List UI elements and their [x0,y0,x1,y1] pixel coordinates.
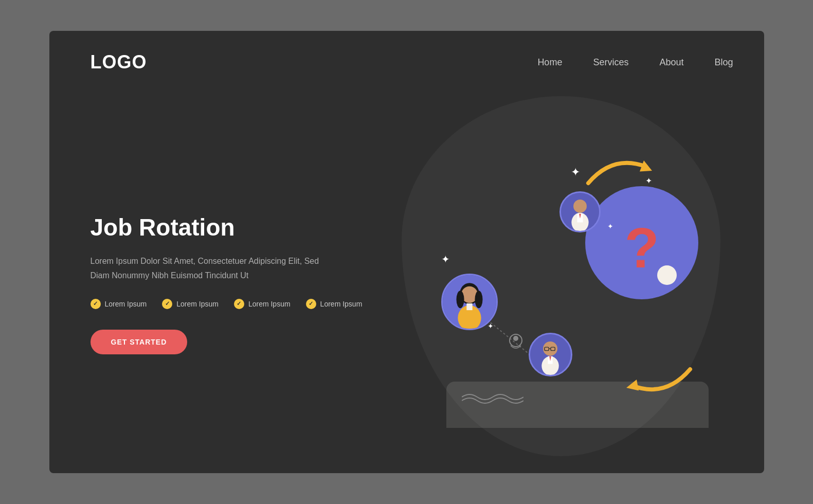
checkmark-label-2: Lorem Ipsum [176,300,219,308]
checkmark-label-4: Lorem Ipsum [320,300,363,308]
hero-content: Job Rotation Lorem Ipsum Dolor Sit Amet,… [91,213,417,354]
svg-marker-5 [626,380,639,391]
checkmark-item-4: ✓ Lorem Ipsum [306,299,363,309]
sparkle-icon-5: ✦ [607,222,613,230]
svg-point-7 [573,200,587,213]
header: LOGO Home Services About Blog [49,31,764,73]
question-mark-dot [657,265,677,285]
check-icon-3: ✓ [234,299,244,309]
arrow-top-icon [570,150,673,191]
nav-blog[interactable]: Blog [714,57,733,68]
checkmark-label-1: Lorem Ipsum [105,300,147,308]
hero-title: Job Rotation [91,213,396,242]
arrow-bottom-icon [606,361,709,402]
cta-button[interactable]: GET STARTED [91,330,188,354]
checkmarks-list: ✓ Lorem Ipsum ✓ Lorem Ipsum ✓ Lorem Ipsu… [91,299,396,309]
person-avatar-bottom [529,333,572,376]
sparkle-icon-1: ✦ [571,166,580,179]
sparkle-icon-2: ✦ [645,176,652,186]
page-container: LOGO Home Services About Blog Job Rotati… [49,31,764,473]
checkmark-item-1: ✓ Lorem Ipsum [91,299,147,309]
checkmark-item-2: ✓ Lorem Ipsum [162,299,219,309]
wavy-lines [462,389,523,405]
hero-section: Job Rotation Lorem Ipsum Dolor Sit Amet,… [49,73,764,464]
check-icon-1: ✓ [91,299,101,309]
svg-point-15 [475,291,482,308]
svg-rect-17 [466,303,472,310]
checkmark-label-3: Lorem Ipsum [248,300,291,308]
nav-about[interactable]: About [659,57,683,68]
sparkle-icon-3: ✦ [441,253,450,265]
navigation: Home Services About Blog [537,57,733,68]
avatar-svg-left [443,275,496,329]
nav-home[interactable]: Home [537,57,562,68]
check-icon-2: ✓ [162,299,172,309]
svg-point-14 [456,291,464,308]
question-mark: ? [624,220,659,276]
nav-services[interactable]: Services [593,57,628,68]
check-icon-4: ✓ [306,299,316,309]
checkmark-item-3: ✓ Lorem Ipsum [234,299,291,309]
hero-description: Lorem Ipsum Dolor Sit Amet, Consectetuer… [91,254,327,282]
hero-illustration: ? [417,117,723,451]
avatar-svg-top [561,193,599,231]
svg-point-3 [513,336,518,341]
avatar-svg-bottom [530,334,571,375]
illustration-container: ? [426,135,714,433]
person-avatar-top [559,191,601,232]
sparkle-icon-4: ✦ [487,322,494,330]
question-mark-circle: ? [585,186,698,299]
logo: LOGO [91,51,147,73]
